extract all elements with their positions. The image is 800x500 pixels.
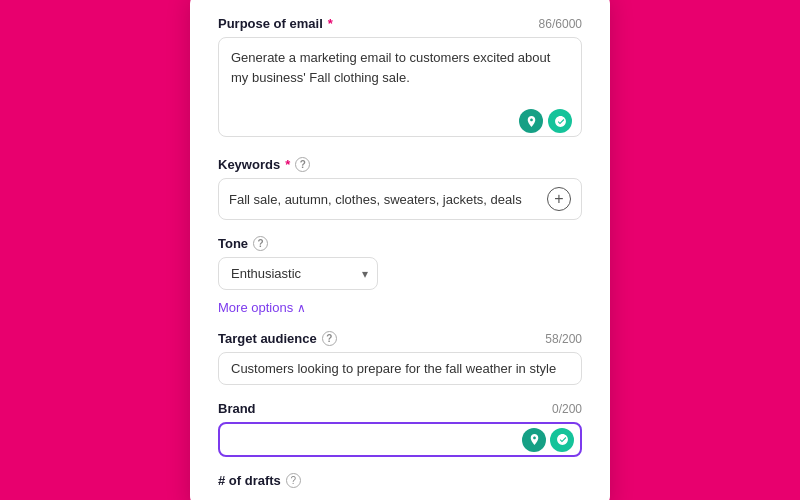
brand-label-row: Brand 0/200 <box>218 401 582 416</box>
purpose-label-text: Purpose of email <box>218 16 323 31</box>
brand-icon-pin[interactable] <box>522 428 546 452</box>
tone-label-text: Tone <box>218 236 248 251</box>
purpose-icon-grammarly[interactable] <box>548 109 572 133</box>
purpose-char-count: 86/6000 <box>539 17 582 31</box>
purpose-field-group: Purpose of email * 86/6000 <box>218 16 582 141</box>
keywords-row: Fall sale, autumn, clothes, sweaters, ja… <box>218 178 582 220</box>
brand-field-group: Brand 0/200 <box>218 401 582 457</box>
drafts-label: # of drafts <box>218 473 281 488</box>
drafts-help-icon[interactable]: ? <box>286 473 301 488</box>
tone-label: Tone ? <box>218 236 268 251</box>
brand-label: Brand <box>218 401 256 416</box>
chevron-up-icon: ∧ <box>297 301 306 315</box>
target-label: Target audience ? <box>218 331 337 346</box>
target-input[interactable] <box>218 352 582 385</box>
keywords-label-text: Keywords <box>218 157 280 172</box>
drafts-row: # of drafts ? <box>218 473 582 488</box>
tone-label-row: Tone ? <box>218 236 582 251</box>
purpose-icons <box>519 109 572 133</box>
target-char-count: 58/200 <box>545 332 582 346</box>
keywords-field-group: Keywords * ? Fall sale, autumn, clothes,… <box>218 157 582 220</box>
keywords-value: Fall sale, autumn, clothes, sweaters, ja… <box>229 192 539 207</box>
brand-icons <box>522 428 574 452</box>
keywords-help-icon[interactable]: ? <box>295 157 310 172</box>
keywords-label: Keywords * ? <box>218 157 310 172</box>
form-card: Purpose of email * 86/6000 <box>190 0 610 500</box>
target-label-text: Target audience <box>218 331 317 346</box>
brand-input-wrapper <box>218 422 582 457</box>
more-options-toggle[interactable]: More options ∧ <box>218 300 582 315</box>
brand-label-text: Brand <box>218 401 256 416</box>
purpose-label: Purpose of email * <box>218 16 333 31</box>
tone-select[interactable]: Enthusiastic Professional Casual Formal … <box>218 257 378 290</box>
purpose-required-star: * <box>328 16 333 31</box>
purpose-icon-pin[interactable] <box>519 109 543 133</box>
keywords-required-star: * <box>285 157 290 172</box>
brand-icon-grammarly[interactable] <box>550 428 574 452</box>
tone-help-icon[interactable]: ? <box>253 236 268 251</box>
keywords-add-button[interactable]: + <box>547 187 571 211</box>
target-help-icon[interactable]: ? <box>322 331 337 346</box>
purpose-textarea-wrapper <box>218 37 582 141</box>
tone-field-group: Tone ? Enthusiastic Professional Casual … <box>218 236 582 315</box>
target-label-row: Target audience ? 58/200 <box>218 331 582 346</box>
purpose-label-row: Purpose of email * 86/6000 <box>218 16 582 31</box>
target-field-group: Target audience ? 58/200 <box>218 331 582 385</box>
more-options-label: More options <box>218 300 293 315</box>
brand-char-count: 0/200 <box>552 402 582 416</box>
keywords-label-row: Keywords * ? <box>218 157 582 172</box>
add-icon: + <box>554 191 563 207</box>
tone-select-wrapper: Enthusiastic Professional Casual Formal … <box>218 257 378 290</box>
